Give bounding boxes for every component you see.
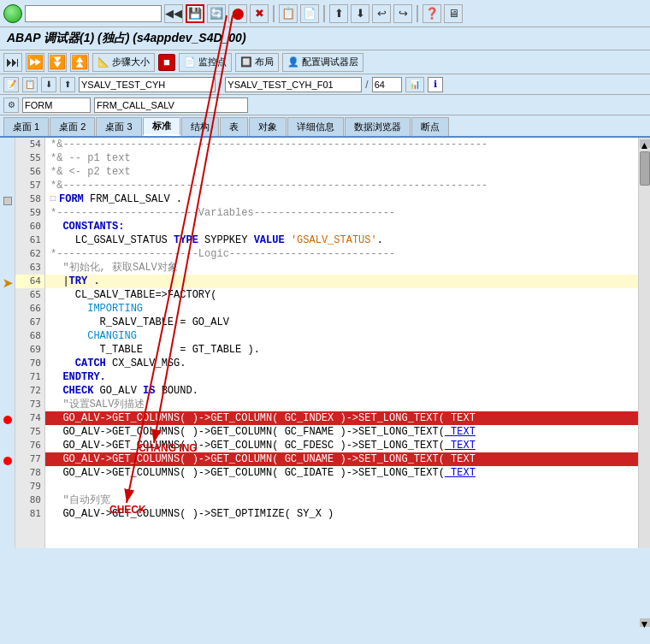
redo-icon[interactable]: ↪ — [393, 4, 412, 23]
tab-bar: 桌面 1 桌面 2 桌面 3 标准 结构 表 对象 详细信息 数据浏览器 断点 — [0, 115, 650, 138]
ln-75: 75 — [15, 425, 44, 439]
info-icon[interactable]: ℹ — [428, 77, 443, 92]
ln-65: 65 — [15, 288, 44, 302]
command-input[interactable] — [25, 5, 162, 22]
code-line-59: *-----------------------Variables-------… — [45, 206, 638, 220]
scroll-up-btn[interactable]: ▲ — [640, 139, 650, 148]
gutter-74-bp[interactable] — [3, 413, 12, 427]
tab-structure[interactable]: 结构 — [181, 117, 219, 136]
left-gutter: ➤ — [0, 138, 15, 548]
main-window: ◀◀ 💾 🔄 ⬤ ✖ 📋 📄 ⬆ ⬇ ↩ ↪ ❓ 🖥 ABAP 调试器(1) (… — [0, 0, 650, 644]
help-icon[interactable]: ❓ — [422, 4, 441, 23]
code-line-56: *& <- p2 text — [45, 165, 638, 179]
code-text-area[interactable]: *&--------------------------------------… — [45, 138, 638, 548]
ln-61: 61 — [15, 233, 44, 247]
save-button[interactable]: 💾 — [186, 4, 204, 23]
ln-62: 62 — [15, 247, 44, 261]
code-line-81: GO_ALV->GET_COLUMNS( )->SET_OPTIMIZE( SY… — [45, 507, 638, 521]
tab-desktop1[interactable]: 桌面 1 — [3, 117, 49, 136]
step-icon1[interactable]: ⏭ — [3, 53, 22, 72]
top-toolbar: ◀◀ 💾 🔄 ⬤ ✖ 📋 📄 ⬆ ⬇ ↩ ↪ ❓ 🖥 — [0, 0, 650, 27]
close-icon[interactable]: ✖ — [250, 4, 269, 23]
config-debugger-button[interactable]: 👤 配置调试器层 — [282, 53, 363, 72]
tab-data-browser[interactable]: 数据浏览器 — [345, 117, 411, 136]
code-line-62: *-----------------------Logic-----------… — [45, 247, 638, 261]
field-extra-icon[interactable]: 📊 — [405, 77, 424, 92]
ln-67: 67 — [15, 316, 44, 329]
field-icon4[interactable]: ⬆ — [60, 77, 75, 92]
ln-72: 72 — [15, 384, 44, 398]
ln-81: 81 — [15, 507, 44, 521]
fields-row2: ⚙ — [0, 95, 650, 115]
separator1 — [273, 5, 275, 22]
step-icon4[interactable]: ⏫ — [70, 53, 89, 72]
vertical-scrollbar[interactable]: ▲ ▼ — [638, 138, 650, 548]
gutter-77-bp[interactable] — [3, 454, 12, 468]
undo-icon[interactable]: ↩ — [372, 4, 391, 23]
desktop-icon[interactable]: 🖥 — [444, 4, 463, 23]
ln-54: 54 — [15, 138, 44, 151]
code-line-64-current: | TRY . — [45, 275, 638, 288]
fields-row1: 📝 📋 ⬇ ⬆ / / 📊 ℹ — [0, 74, 650, 95]
form-name-field[interactable] — [94, 97, 248, 113]
tab-standard[interactable]: 标准 — [143, 117, 180, 136]
step-size-button[interactable]: 📐 步骤大小 — [92, 53, 155, 72]
code-line-71: ENDTRY. — [45, 370, 638, 384]
tab-desktop3[interactable]: 桌面 3 — [96, 117, 141, 136]
ln-59: 59 — [15, 206, 44, 220]
ln-69: 69 — [15, 343, 44, 357]
down-icon[interactable]: ⬇ — [351, 4, 369, 23]
monitor-button[interactable]: 📄 监控点 — [179, 53, 232, 72]
ln-73: 73 — [15, 398, 44, 411]
ln-60: 60 — [15, 220, 44, 233]
program-field[interactable] — [79, 77, 216, 92]
slash2: / — [365, 79, 368, 91]
include-field[interactable] — [225, 77, 362, 92]
print2-icon[interactable]: 📄 — [300, 4, 319, 23]
tab-table[interactable]: 表 — [220, 117, 248, 136]
code-line-73: "设置SALV列描述 — [45, 398, 638, 411]
ln-79: 79 — [15, 480, 44, 493]
code-line-69: T_TABLE = GT_TABLE ). — [45, 343, 638, 357]
monitor-icon: 📄 — [184, 56, 196, 68]
tab-object[interactable]: 对象 — [249, 117, 287, 136]
layout-button[interactable]: 🔲 布局 — [235, 53, 279, 72]
ln-78: 78 — [15, 466, 44, 480]
refresh-icon[interactable]: 🔄 — [207, 4, 226, 23]
breakpoint-74[interactable] — [3, 416, 12, 424]
ln-77: 77 — [15, 452, 44, 466]
code-line-72: CHECK GO_ALV IS BOUND. — [45, 384, 638, 398]
ln-56: 56 — [15, 165, 44, 179]
up-icon[interactable]: ⬆ — [329, 4, 348, 23]
config-icon: 👤 — [287, 56, 299, 68]
breakpoint-77[interactable] — [3, 457, 12, 465]
field2-icon1[interactable]: ⚙ — [3, 97, 19, 113]
stop-button[interactable]: ■ — [158, 54, 175, 71]
ln-63: 63 — [15, 261, 44, 275]
form-type-field[interactable] — [22, 97, 91, 113]
code-line-68: CHANGING — [45, 329, 638, 343]
step-icon3[interactable]: ⏬ — [48, 53, 67, 72]
scroll-thumb[interactable] — [640, 151, 650, 186]
step-size-icon: 📐 — [98, 56, 109, 68]
code-line-78: GO_ALV->GET_COLUMNS( )->GET_COLUMN( GC_I… — [45, 466, 638, 480]
stop-icon[interactable]: ⬤ — [228, 4, 247, 23]
field-icon2[interactable]: 📋 — [22, 77, 38, 92]
ln-66: 66 — [15, 302, 44, 316]
back-nav-icon[interactable]: ◀◀ — [164, 4, 183, 23]
ln-80: 80 — [15, 493, 44, 507]
tab-detail[interactable]: 详细信息 — [287, 117, 344, 136]
code-line-67: R_SALV_TABLE = GO_ALV — [45, 316, 638, 329]
field-icon3[interactable]: ⬇ — [41, 77, 56, 92]
step-icon2[interactable]: ⏩ — [26, 53, 44, 72]
tab-desktop2[interactable]: 桌面 2 — [50, 117, 95, 136]
code-line-75: GO_ALV->GET_COLUMNS( )->GET_COLUMN( GC_F… — [45, 425, 638, 439]
monitor-label: 监控点 — [198, 56, 227, 68]
tab-breakpoint[interactable]: 断点 — [411, 117, 449, 136]
line-field[interactable] — [372, 77, 402, 92]
print-icon[interactable]: 📋 — [279, 4, 298, 23]
code-line-80: "自动列宽 — [45, 493, 638, 507]
ln-58: 58 — [15, 192, 44, 206]
ln-71: 71 — [15, 370, 44, 384]
field-icon1[interactable]: 📝 — [3, 77, 19, 92]
